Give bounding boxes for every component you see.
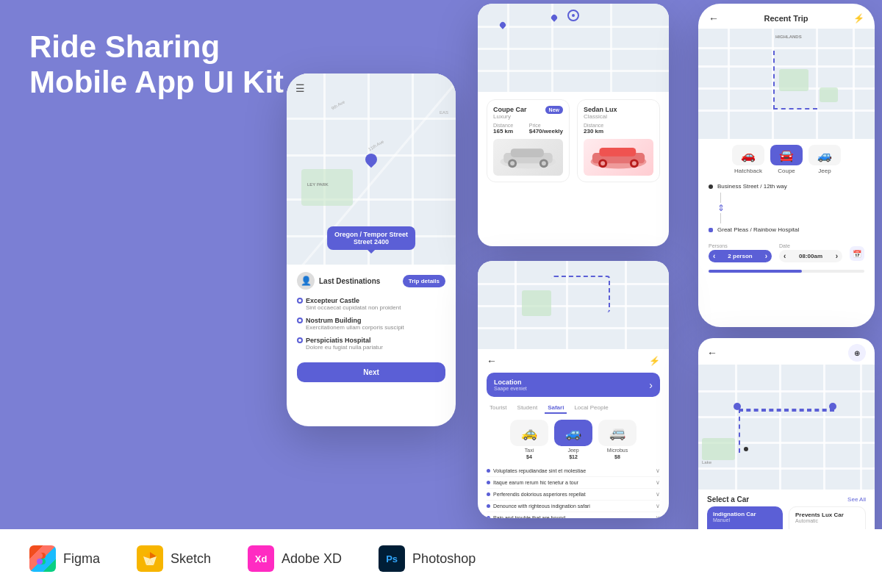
feature-3[interactable]: Perferendis dolorious asperiores repella… — [487, 489, 660, 501]
sketch-tool: Sketch — [137, 545, 211, 572]
feature-2[interactable]: Itaque earum rerum hic tenetur a tour ∨ — [487, 477, 660, 489]
date-decrease[interactable]: ‹ — [784, 252, 786, 260]
back-button[interactable]: ← — [709, 12, 719, 24]
persons-increase[interactable]: › — [765, 252, 767, 260]
bottom-right-header: ← ⊕ — [698, 338, 875, 365]
vehicle-select: 🚕 Taxi $4 🚙 Jeep $12 🚐 Microbus $8 — [478, 420, 669, 465]
feature-1[interactable]: Voluptates repudiandae sint et molestiae… — [487, 465, 660, 477]
last-destinations-label: Last Destinations — [319, 277, 380, 285]
tab-student[interactable]: Student — [514, 403, 541, 414]
xd-icon: Xd — [248, 545, 274, 572]
sketch-icon — [137, 545, 163, 572]
svg-point-12 — [600, 161, 605, 165]
menu-button[interactable]: ☰ — [295, 82, 305, 94]
photoshop-label: Photoshop — [412, 551, 476, 567]
calendar-button[interactable]: 📅 — [850, 246, 864, 261]
booking-phone: ← ⚡ Location Saape eveniet › Tourist Stu… — [478, 261, 669, 518]
tab-local[interactable]: Local People — [571, 403, 611, 414]
sketch-svg — [142, 551, 158, 567]
date-section: Date ‹ 08:00am › — [779, 243, 842, 262]
microbus-option[interactable]: 🚐 Microbus $8 — [598, 420, 637, 459]
location-banner[interactable]: Location Saape eveniet › — [487, 373, 660, 397]
svg-point-13 — [632, 161, 637, 165]
booking-map — [478, 261, 669, 349]
persons-date-row: Persons ‹ 2 person › Date ‹ 08:00am › 📅 — [698, 239, 875, 267]
location-arrow[interactable]: › — [649, 379, 653, 391]
sketch-label: Sketch — [171, 551, 211, 567]
figma-label: Figma — [63, 551, 100, 567]
coupe-option[interactable]: 🚘 Coupe — [770, 145, 803, 174]
bottom-back-button[interactable]: ← — [707, 347, 717, 359]
booking-tabs: Tourist Student Safari Local People — [478, 403, 669, 420]
hero-section: Ride Sharing Mobile App UI Kit — [29, 29, 309, 115]
photoshop-tool: Ps Photoshop — [379, 545, 476, 572]
select-car-bar: Select a Car See All — [698, 490, 875, 506]
recent-trip-title: Recent Trip — [764, 14, 808, 23]
xd-label: Adobe XD — [282, 551, 342, 567]
main-map: LEY PARK Oregon / Tempor Street Street 2… — [287, 74, 456, 265]
see-all-link[interactable]: See All — [847, 496, 866, 503]
jeep-option[interactable]: 🚙 Jeep — [808, 145, 841, 174]
destination-item-2: Nostrum Building Exercitationem ullam co… — [297, 317, 445, 331]
persons-section: Persons ‹ 2 person › — [709, 243, 772, 262]
route-info: Business Street / 12th way ⇕ Great Pleas… — [698, 180, 875, 239]
jeep-option[interactable]: 🚙 Jeep $12 — [554, 420, 592, 459]
svg-point-15 — [37, 559, 43, 564]
taxi-option[interactable]: 🚕 Taxi $4 — [510, 420, 548, 459]
tab-safari[interactable]: Safari — [545, 403, 567, 414]
trip-map: HIGHLANDS — [698, 29, 875, 139]
tab-tourist[interactable]: Tourist — [487, 403, 510, 414]
feature-5[interactable]: Pain and trouble that are bound ∨ — [487, 512, 660, 518]
next-button[interactable]: Next — [297, 362, 445, 382]
persons-control[interactable]: ‹ 2 person › — [709, 250, 772, 262]
destination-item-1: Excepteur Castle Sint occaecat cupidatat… — [297, 297, 445, 311]
date-increase[interactable]: › — [836, 252, 838, 260]
recent-trip-header: ← Recent Trip ⚡ — [698, 4, 875, 29]
feature-4[interactable]: Denounce with righteous indignation safa… — [487, 501, 660, 512]
feature-list: Voluptates repudiandae sint et molestiae… — [478, 465, 669, 518]
booking-back-button[interactable]: ← — [487, 355, 497, 367]
tools-bar: Figma Sketch Xd Adobe XD Ps Photoshop — [0, 529, 882, 588]
main-title: Ride Sharing Mobile App UI Kit — [29, 29, 309, 101]
map-callout: Oregon / Tempor Street Street 2400 — [327, 226, 415, 250]
destinations-header: 👤 Last Destinations Trip details — [297, 272, 445, 290]
trip-details-button[interactable]: Trip details — [403, 275, 445, 287]
main-phone: LEY PARK Oregon / Tempor Street Street 2… — [287, 74, 456, 426]
figma-tool: Figma — [29, 545, 100, 572]
booking-header: ← ⚡ — [478, 349, 669, 373]
gps-button[interactable]: ⊕ — [848, 344, 866, 362]
svg-rect-2 — [511, 148, 544, 157]
car-type-row: 🚗 Hatchback 🚘 Coupe 🚙 Jeep — [698, 139, 875, 180]
booking-filter-button[interactable]: ⚡ — [649, 356, 660, 366]
xd-tool: Xd Adobe XD — [248, 545, 342, 572]
figma-icon — [29, 545, 56, 572]
date-control[interactable]: ‹ 08:00am › — [779, 250, 842, 262]
persons-decrease[interactable]: ‹ — [713, 252, 715, 260]
filter-button[interactable]: ⚡ — [853, 13, 864, 24]
svg-rect-9 — [599, 148, 636, 157]
user-avatar: 👤 — [297, 272, 315, 290]
bottom-right-map: Lake — [698, 365, 875, 490]
hatchback-option[interactable]: 🚗 Hatchback — [732, 145, 764, 174]
recent-trip-phone: ← Recent Trip ⚡ HIGHLANDS 🚗 Hatchback 🚘 … — [698, 4, 875, 327]
car-card-2[interactable]: Sedan Lux Classical Distance 230 km — [577, 99, 660, 182]
car-listing-map — [478, 4, 669, 92]
select-car-label: Select a Car — [707, 495, 749, 503]
photoshop-icon: Ps — [379, 545, 405, 572]
destination-item-3: Perspiciatis Hospital Dolore eu fugiat n… — [297, 337, 445, 351]
figma-svg — [35, 551, 50, 566]
car-card-1[interactable]: Coupe Car Luxury New Distance 165 km Pri… — [487, 99, 570, 182]
car-cards-section: Coupe Car Luxury New Distance 165 km Pri… — [478, 92, 669, 190]
svg-point-6 — [542, 161, 546, 165]
svg-point-5 — [510, 161, 514, 165]
car-listing-phone: Coupe Car Luxury New Distance 165 km Pri… — [478, 4, 669, 246]
